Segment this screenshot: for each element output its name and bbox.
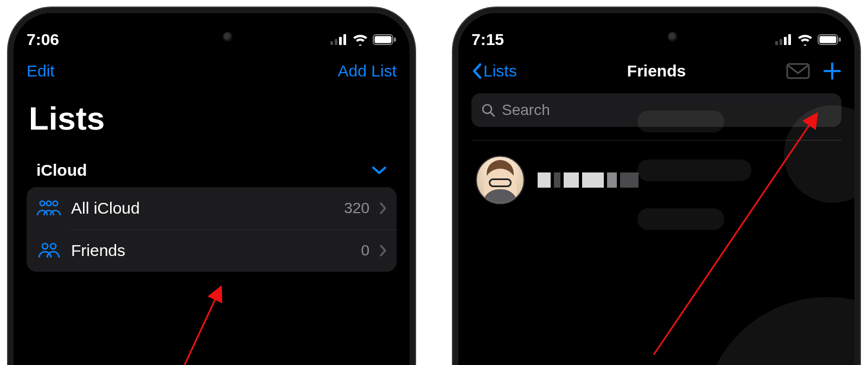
mail-icon[interactable] [786, 62, 810, 80]
add-list-button[interactable]: Add List [338, 62, 397, 80]
section-label: iCloud [36, 161, 87, 180]
nav-bar: Lists Friends [471, 52, 841, 90]
camera-dot [668, 32, 678, 42]
status-time: 7:15 [471, 30, 504, 49]
svg-rect-18 [780, 39, 782, 45]
back-button[interactable]: Lists [471, 62, 517, 80]
svg-point-8 [47, 201, 51, 206]
battery-icon [373, 34, 397, 46]
status-time: 7:06 [27, 30, 59, 49]
search-icon [481, 103, 495, 117]
dynamic-island [597, 23, 716, 51]
svg-rect-5 [375, 36, 392, 43]
search-placeholder: Search [502, 101, 550, 119]
cellular-icon [330, 34, 348, 45]
svg-rect-22 [820, 36, 837, 43]
list-row-label: All iCloud [71, 199, 334, 217]
phone-right: 7:15 Lists Friends [453, 8, 860, 365]
svg-rect-23 [839, 37, 841, 42]
battery-icon [818, 34, 841, 46]
svg-rect-0 [330, 41, 333, 45]
list-row-count: 0 [361, 242, 369, 259]
chevron-right-icon [379, 244, 387, 257]
svg-point-9 [53, 201, 58, 206]
svg-rect-17 [775, 41, 778, 45]
background-watermark [637, 89, 860, 365]
wifi-icon [352, 34, 368, 46]
svg-rect-19 [784, 37, 787, 45]
chevron-right-icon [379, 202, 387, 215]
annotation-arrow [160, 268, 236, 365]
svg-point-10 [42, 244, 48, 249]
contact-row[interactable] [471, 140, 841, 220]
wifi-icon [797, 34, 813, 46]
camera-dot [223, 32, 233, 42]
avatar [476, 156, 525, 204]
list-row-friends[interactable]: Friends 0 [27, 229, 397, 272]
list-row-label: Friends [71, 241, 351, 260]
svg-point-11 [50, 244, 56, 249]
lists-card: All iCloud 320 Friends 0 [27, 187, 397, 272]
people2-icon [36, 241, 61, 260]
cellular-icon [775, 34, 793, 45]
list-row-all-icloud[interactable]: All iCloud 320 [27, 187, 397, 229]
svg-rect-6 [394, 37, 396, 42]
search-input[interactable]: Search [471, 93, 841, 127]
svg-rect-20 [788, 34, 791, 45]
phone-left: 7:06 Edit Add List Lists iCloud [8, 8, 415, 365]
add-contact-button[interactable] [823, 62, 841, 80]
svg-line-12 [182, 290, 220, 365]
page-title: Lists [29, 100, 397, 137]
svg-rect-24 [787, 64, 809, 78]
nav-bar: Edit Add List [27, 52, 397, 90]
back-label: Lists [483, 62, 517, 80]
list-row-count: 320 [344, 200, 369, 217]
section-header-icloud[interactable]: iCloud [27, 153, 397, 187]
svg-point-7 [40, 201, 44, 206]
svg-rect-2 [339, 37, 342, 45]
chevron-left-icon [471, 62, 482, 80]
svg-rect-1 [335, 39, 337, 45]
dynamic-island [152, 23, 271, 51]
edit-button[interactable]: Edit [27, 62, 55, 80]
svg-rect-3 [343, 34, 346, 45]
svg-line-26 [490, 112, 494, 116]
people3-icon [36, 199, 61, 217]
chevron-down-icon [372, 165, 387, 175]
contact-name-redacted [538, 172, 639, 188]
